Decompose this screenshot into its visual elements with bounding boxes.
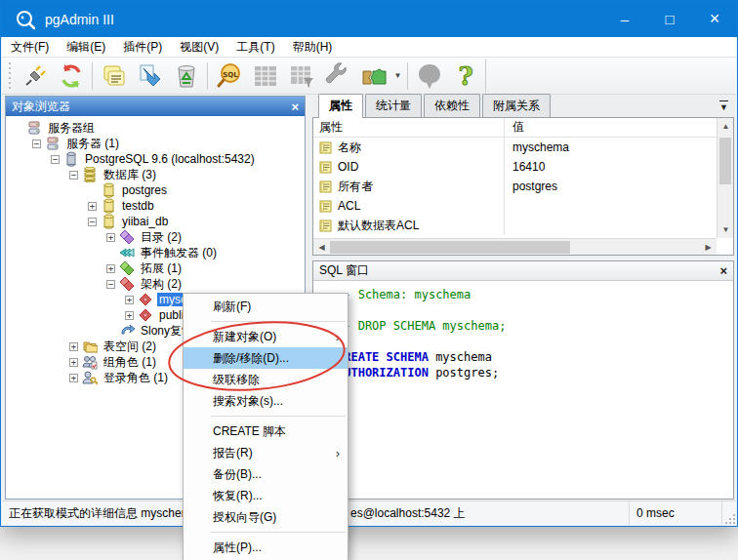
scrollbar-thumb[interactable] xyxy=(719,138,731,184)
sql-query-icon[interactable]: SQL xyxy=(211,60,247,92)
tree-expander-icon[interactable]: − xyxy=(88,218,97,226)
property-row[interactable]: 默认数据表ACL xyxy=(313,216,717,235)
tree-item--2-[interactable]: −架构 (2) xyxy=(6,276,305,292)
tree-item--3-[interactable]: −数据库 (3) xyxy=(6,167,305,182)
tree-item-postgresql-9-6-localhost-5432-[interactable]: −PostgreSQL 9.6 (localhost:5432) xyxy=(6,151,305,167)
connect-plug-icon[interactable] xyxy=(17,60,53,92)
menu-item-label: CREATE 脚本 xyxy=(213,423,286,440)
horizontal-scrollbar[interactable]: ◀ ▶ xyxy=(313,238,717,255)
view-data-icon[interactable] xyxy=(247,60,283,92)
property-row[interactable]: 所有者postgres xyxy=(313,177,717,196)
tree-expander-icon[interactable]: − xyxy=(69,171,78,180)
scrollbar-thumb[interactable] xyxy=(330,241,570,254)
context-menu-item-8[interactable]: 报告(R)› xyxy=(184,442,348,463)
panel-close-icon[interactable]: × xyxy=(291,100,299,113)
tree-item--1-[interactable]: −服务器 (1) xyxy=(6,136,305,151)
filter-data-icon[interactable] xyxy=(283,60,319,92)
context-menu-item-10[interactable]: 恢复(R)... xyxy=(184,485,348,506)
tab-2[interactable]: 依赖性 xyxy=(424,94,480,117)
menubar-item-3[interactable]: 视图(V) xyxy=(171,37,227,58)
refresh-icon[interactable] xyxy=(53,60,89,92)
tab-1[interactable]: 统计量 xyxy=(365,94,422,117)
context-menu-item-0[interactable]: 刷新(F) xyxy=(184,296,348,317)
catalogs-icon xyxy=(119,229,135,245)
context-menu-item-9[interactable]: 备份(B)... xyxy=(184,463,348,485)
scroll-up-icon[interactable]: ▲ xyxy=(718,118,734,135)
sql-close-icon[interactable]: × xyxy=(719,263,727,278)
tree-item--[interactable]: 服务器组 xyxy=(6,120,305,136)
close-button[interactable]: × xyxy=(692,1,737,37)
tree-expander-icon[interactable]: + xyxy=(125,296,134,304)
tree-item-testdb[interactable]: +testdb xyxy=(6,198,305,214)
tree-item-label: 架构 (2) xyxy=(139,276,184,293)
properties-tabs: 属性统计量依赖性附属关系▼ xyxy=(312,96,734,118)
tree-item-label: 服务器 (1) xyxy=(64,136,121,152)
tree-expander-icon[interactable]: + xyxy=(88,202,97,211)
menubar-item-2[interactable]: 插件(P) xyxy=(114,37,171,58)
context-menu-item-5[interactable]: 搜索对象(s)... xyxy=(184,390,348,412)
tree-expander-icon[interactable]: + xyxy=(69,358,78,367)
properties-cards-icon[interactable] xyxy=(96,60,132,92)
delete-trash-icon[interactable] xyxy=(168,60,204,92)
tab-3[interactable]: 附属关系 xyxy=(482,94,551,117)
property-icon xyxy=(319,180,334,193)
menubar-item-0[interactable]: 文件(F) xyxy=(2,37,58,58)
property-row[interactable]: 名称myschema xyxy=(313,138,717,157)
menu-item-label: 搜索对象(s)... xyxy=(213,393,283,410)
tree-item--2-[interactable]: +目录 (2) xyxy=(6,229,305,245)
maintenance-wrench-icon[interactable] xyxy=(319,60,355,92)
tree-expander-icon[interactable]: + xyxy=(125,311,134,320)
tree-item-label: 登录角色 (1) xyxy=(102,370,170,386)
property-name: 默认数据表ACL xyxy=(338,218,419,234)
menubar-item-1[interactable]: 编辑(E) xyxy=(58,37,114,58)
property-name: ACL xyxy=(338,199,360,213)
tree-item--0-[interactable]: 事件触发器 (0) xyxy=(6,245,305,260)
resize-grip[interactable] xyxy=(724,513,736,525)
tree-item-postgres[interactable]: postgres xyxy=(6,182,305,198)
menubar-item-4[interactable]: 工具(T) xyxy=(227,37,283,58)
context-menu-item-7[interactable]: CREATE 脚本 xyxy=(184,420,348,442)
tree-expander-icon[interactable]: − xyxy=(32,140,41,148)
minimize-button[interactable]: – xyxy=(602,1,647,37)
sql-panel-title: SQL 窗口 xyxy=(319,262,369,279)
schemas-icon xyxy=(119,276,135,292)
tree-item--1-[interactable]: +拓展 (1) xyxy=(6,260,305,276)
tablespaces-icon xyxy=(82,339,98,354)
properties-grid-wrap: 属性值名称myschemaOID16410所有者postgresACL默认数据表… xyxy=(312,118,734,256)
help-icon[interactable]: ? xyxy=(447,60,483,92)
server-group-icon xyxy=(26,120,42,136)
toolbar-grip[interactable] xyxy=(6,62,14,90)
tree-expander-icon[interactable]: − xyxy=(106,280,115,289)
plugins-dropdown[interactable]: ▼ xyxy=(391,61,404,91)
context-menu-item-11[interactable]: 授权向导(G) xyxy=(184,506,348,528)
context-menu-item-13[interactable]: 属性(P)... xyxy=(184,537,348,558)
tree-expander-icon[interactable]: + xyxy=(69,374,78,382)
tree-expander-icon[interactable]: + xyxy=(106,233,115,242)
tree-item-label: PostgreSQL 9.6 (localhost:5432) xyxy=(83,152,257,166)
title-bar: pgAdmin III – □ × xyxy=(1,1,737,37)
tree-expander-icon[interactable]: − xyxy=(51,155,60,164)
menu-separator xyxy=(184,528,348,537)
sql-line: -- Schema: myschema xyxy=(337,287,733,302)
scroll-left-icon[interactable]: ◀ xyxy=(313,239,330,256)
scroll-down-icon[interactable]: ▼ xyxy=(718,221,734,238)
paste-object-icon[interactable] xyxy=(132,60,168,92)
maximize-button[interactable]: □ xyxy=(647,1,692,37)
tree-item-yiibai_db[interactable]: −yiibai_db xyxy=(6,214,305,229)
property-row[interactable]: ACL xyxy=(313,196,717,216)
tabs-overflow-icon[interactable]: ▼ xyxy=(719,100,728,112)
context-menu-item-4[interactable]: 级联移除 xyxy=(184,369,348,390)
tree-expander-icon[interactable]: + xyxy=(106,264,115,273)
context-menu-item-3[interactable]: 删除/移除(D)... xyxy=(184,347,348,369)
hint-balloon-icon[interactable] xyxy=(411,60,447,92)
menubar-item-5[interactable]: 帮助(H) xyxy=(284,37,342,58)
tab-0[interactable]: 属性 xyxy=(318,94,363,118)
vertical-scrollbar[interactable]: ▲ ▼ xyxy=(717,118,733,238)
plugins-puzzle-icon[interactable] xyxy=(355,60,391,92)
scroll-right-icon[interactable]: ▶ xyxy=(700,239,717,256)
pg-server-icon xyxy=(63,151,79,167)
property-icon xyxy=(319,141,334,154)
context-menu-item-2[interactable]: 新建对象(O)› xyxy=(184,326,348,347)
tree-expander-icon[interactable]: + xyxy=(69,342,78,351)
property-row[interactable]: OID16410 xyxy=(313,157,717,177)
